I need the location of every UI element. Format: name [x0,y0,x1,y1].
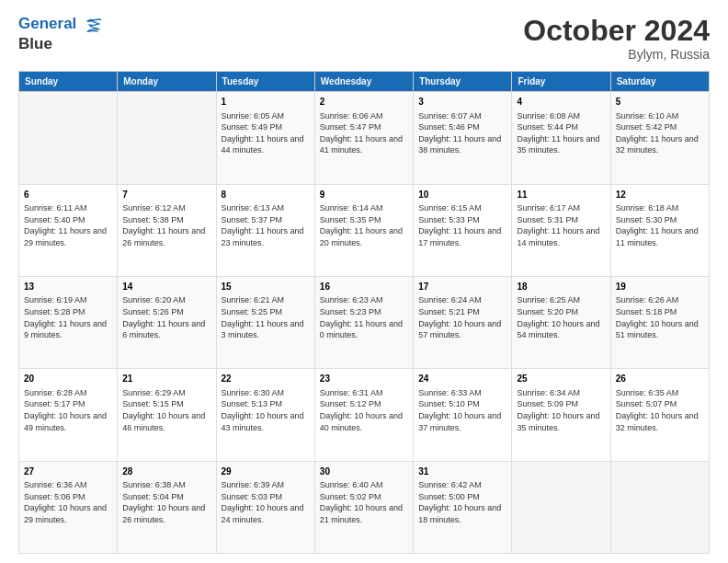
header-saturday: Saturday [610,72,709,92]
calendar-cell: 31Sunrise: 6:42 AM Sunset: 5:00 PM Dayli… [414,461,512,553]
calendar-cell: 16Sunrise: 6:23 AM Sunset: 5:23 PM Dayli… [314,276,413,368]
calendar-cell: 15Sunrise: 6:21 AM Sunset: 5:25 PM Dayli… [216,276,314,368]
day-info: Sunrise: 6:05 AM Sunset: 5:49 PM Dayligh… [222,110,310,156]
day-number: 8 [222,189,310,201]
calendar-cell: 22Sunrise: 6:30 AM Sunset: 5:13 PM Dayli… [216,369,314,461]
day-info: Sunrise: 6:39 AM Sunset: 5:03 PM Dayligh… [222,479,310,525]
day-number: 6 [24,189,112,201]
calendar-cell: 8Sunrise: 6:13 AM Sunset: 5:37 PM Daylig… [216,184,314,276]
day-info: Sunrise: 6:35 AM Sunset: 5:07 PM Dayligh… [616,387,704,433]
day-number: 10 [418,189,506,201]
calendar-cell: 3Sunrise: 6:07 AM Sunset: 5:46 PM Daylig… [414,92,512,184]
day-number: 4 [517,96,605,109]
day-info: Sunrise: 6:11 AM Sunset: 5:40 PM Dayligh… [24,202,112,248]
calendar-week-2: 6Sunrise: 6:11 AM Sunset: 5:40 PM Daylig… [19,184,710,276]
day-number: 25 [517,373,605,385]
day-number: 29 [222,465,310,478]
day-info: Sunrise: 6:20 AM Sunset: 5:26 PM Dayligh… [122,294,210,340]
header-monday: Monday [118,72,216,92]
day-number: 9 [320,189,408,201]
calendar-cell [610,461,709,553]
calendar-cell: 26Sunrise: 6:35 AM Sunset: 5:07 PM Dayli… [610,369,709,461]
calendar-week-4: 20Sunrise: 6:28 AM Sunset: 5:17 PM Dayli… [19,369,710,461]
day-info: Sunrise: 6:29 AM Sunset: 5:15 PM Dayligh… [122,387,210,433]
day-info: Sunrise: 6:26 AM Sunset: 5:18 PM Dayligh… [616,294,704,340]
day-info: Sunrise: 6:23 AM Sunset: 5:23 PM Dayligh… [320,294,408,340]
day-info: Sunrise: 6:15 AM Sunset: 5:33 PM Dayligh… [418,202,506,248]
day-info: Sunrise: 6:17 AM Sunset: 5:31 PM Dayligh… [517,202,605,248]
day-info: Sunrise: 6:34 AM Sunset: 5:09 PM Dayligh… [517,387,605,433]
calendar-week-5: 27Sunrise: 6:36 AM Sunset: 5:06 PM Dayli… [19,461,710,553]
calendar-cell: 10Sunrise: 6:15 AM Sunset: 5:33 PM Dayli… [414,184,512,276]
calendar-cell: 18Sunrise: 6:25 AM Sunset: 5:20 PM Dayli… [512,276,610,368]
logo-line1: General [18,15,103,35]
day-number: 15 [222,281,310,293]
calendar-cell: 25Sunrise: 6:34 AM Sunset: 5:09 PM Dayli… [512,369,610,461]
calendar-cell: 29Sunrise: 6:39 AM Sunset: 5:03 PM Dayli… [216,461,314,553]
calendar-cell: 17Sunrise: 6:24 AM Sunset: 5:21 PM Dayli… [414,276,512,368]
day-info: Sunrise: 6:38 AM Sunset: 5:04 PM Dayligh… [122,479,210,525]
day-info: Sunrise: 6:25 AM Sunset: 5:20 PM Dayligh… [517,294,605,340]
calendar-table: Sunday Monday Tuesday Wednesday Thursday… [18,71,710,554]
day-number: 12 [616,189,704,201]
day-number: 13 [24,281,112,293]
calendar-cell: 20Sunrise: 6:28 AM Sunset: 5:17 PM Dayli… [19,369,118,461]
calendar-cell: 28Sunrise: 6:38 AM Sunset: 5:04 PM Dayli… [118,461,216,553]
day-number: 19 [616,281,704,293]
calendar-cell [19,92,118,184]
calendar-cell: 7Sunrise: 6:12 AM Sunset: 5:38 PM Daylig… [118,184,216,276]
day-number: 18 [517,281,605,293]
day-number: 21 [122,373,210,385]
header-wednesday: Wednesday [314,72,413,92]
day-number: 31 [418,465,506,478]
day-info: Sunrise: 6:13 AM Sunset: 5:37 PM Dayligh… [222,202,310,248]
day-number: 26 [616,373,704,385]
calendar-cell: 12Sunrise: 6:18 AM Sunset: 5:30 PM Dayli… [610,184,709,276]
day-number: 2 [320,96,408,109]
calendar-cell: 4Sunrise: 6:08 AM Sunset: 5:44 PM Daylig… [512,92,610,184]
day-number: 11 [517,189,605,201]
day-info: Sunrise: 6:10 AM Sunset: 5:42 PM Dayligh… [616,110,704,156]
header-friday: Friday [512,72,610,92]
calendar-header-row: Sunday Monday Tuesday Wednesday Thursday… [19,72,710,92]
calendar-cell: 14Sunrise: 6:20 AM Sunset: 5:26 PM Dayli… [118,276,216,368]
day-number: 7 [122,189,210,201]
calendar-cell [118,92,216,184]
month-title: October 2024 [523,15,710,47]
calendar-cell: 9Sunrise: 6:14 AM Sunset: 5:35 PM Daylig… [314,184,413,276]
day-number: 17 [418,281,506,293]
location-subtitle: Bylym, Russia [523,47,710,62]
logo: General Blue [18,15,103,53]
day-info: Sunrise: 6:42 AM Sunset: 5:00 PM Dayligh… [418,479,506,525]
calendar-cell: 27Sunrise: 6:36 AM Sunset: 5:06 PM Dayli… [19,461,118,553]
page-header: General Blue October 2024 Bylym, Russia [18,15,710,62]
day-number: 14 [122,281,210,293]
day-info: Sunrise: 6:40 AM Sunset: 5:02 PM Dayligh… [320,479,408,525]
day-number: 1 [222,96,310,109]
day-info: Sunrise: 6:14 AM Sunset: 5:35 PM Dayligh… [320,202,408,248]
header-tuesday: Tuesday [216,72,314,92]
day-info: Sunrise: 6:33 AM Sunset: 5:10 PM Dayligh… [418,387,506,433]
header-sunday: Sunday [19,72,118,92]
calendar-cell: 1Sunrise: 6:05 AM Sunset: 5:49 PM Daylig… [216,92,314,184]
day-number: 5 [616,96,704,109]
day-info: Sunrise: 6:07 AM Sunset: 5:46 PM Dayligh… [418,110,506,156]
day-info: Sunrise: 6:19 AM Sunset: 5:28 PM Dayligh… [24,294,112,340]
day-info: Sunrise: 6:36 AM Sunset: 5:06 PM Dayligh… [24,479,112,525]
day-number: 22 [222,373,310,385]
calendar-cell: 24Sunrise: 6:33 AM Sunset: 5:10 PM Dayli… [414,369,512,461]
day-info: Sunrise: 6:24 AM Sunset: 5:21 PM Dayligh… [418,294,506,340]
calendar-cell: 6Sunrise: 6:11 AM Sunset: 5:40 PM Daylig… [19,184,118,276]
day-number: 20 [24,373,112,385]
day-info: Sunrise: 6:28 AM Sunset: 5:17 PM Dayligh… [24,387,112,433]
calendar-cell [512,461,610,553]
day-number: 24 [418,373,506,385]
calendar-cell: 19Sunrise: 6:26 AM Sunset: 5:18 PM Dayli… [610,276,709,368]
day-info: Sunrise: 6:30 AM Sunset: 5:13 PM Dayligh… [222,387,310,433]
calendar-cell: 13Sunrise: 6:19 AM Sunset: 5:28 PM Dayli… [19,276,118,368]
calendar-cell: 30Sunrise: 6:40 AM Sunset: 5:02 PM Dayli… [314,461,413,553]
day-number: 16 [320,281,408,293]
day-info: Sunrise: 6:18 AM Sunset: 5:30 PM Dayligh… [616,202,704,248]
day-number: 3 [418,96,506,109]
calendar-cell: 23Sunrise: 6:31 AM Sunset: 5:12 PM Dayli… [314,369,413,461]
